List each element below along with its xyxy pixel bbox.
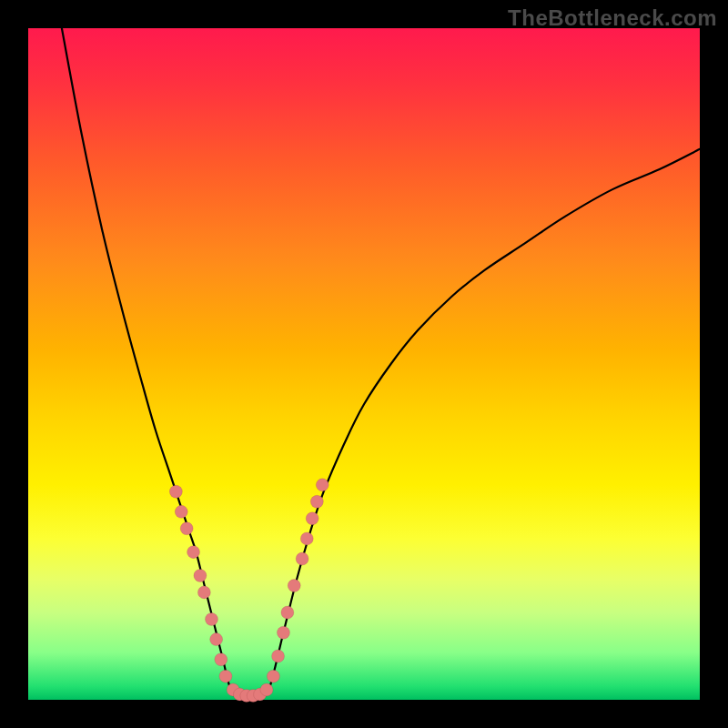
marker-dot [272,650,285,662]
marker-dot [194,569,207,581]
marker-dot [205,612,217,625]
marker-dot [180,522,193,535]
marker-dot [300,532,313,545]
marker-dot [288,580,300,592]
curve-svg [28,28,700,700]
marker-dot [296,552,308,565]
marker-dot [187,546,200,559]
scatter-markers [169,479,329,703]
marker-dot [175,505,187,518]
curve-group [62,28,700,697]
marker-dot [215,653,228,666]
marker-dot [306,512,318,525]
marker-dot [267,670,279,682]
marker-dot [197,586,210,599]
chart-frame: TheBottleneck.com [0,0,728,728]
marker-dot [277,626,289,639]
marker-dot [310,495,323,508]
bottleneck-curve [62,28,700,697]
marker-dot [281,606,294,619]
marker-dot [316,479,329,491]
marker-dot [260,683,273,696]
watermark-text: TheBottleneck.com [508,5,717,31]
plot-area [28,28,700,700]
marker-dot [169,485,182,498]
marker-dot [219,670,232,682]
marker-dot [210,633,223,646]
